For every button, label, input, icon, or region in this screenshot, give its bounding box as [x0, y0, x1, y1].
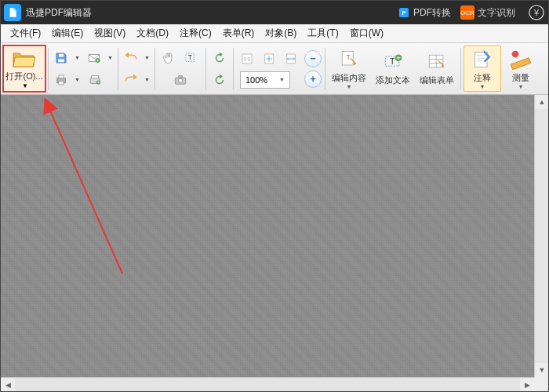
email-icon [87, 51, 101, 65]
minus-icon: − [310, 53, 316, 64]
actual-size-icon: 1:1 [240, 52, 254, 66]
scroll-down-icon[interactable]: ▼ [535, 363, 549, 377]
rotate-cw-button[interactable] [209, 71, 230, 89]
scroll-right-icon[interactable]: ▶ [520, 378, 534, 392]
rotate-ccw-button[interactable] [209, 49, 230, 67]
app-title: 迅捷PDF编辑器 [26, 6, 92, 20]
edit-forms-icon [426, 51, 448, 73]
fit-width-icon [284, 52, 298, 66]
menu-view[interactable]: 视图(V) [89, 25, 130, 42]
save-button[interactable]: ▼ [52, 49, 82, 67]
measure-icon [510, 49, 532, 71]
rotate-cw-icon [213, 73, 227, 87]
menu-comments[interactable]: 注释(C) [175, 25, 216, 42]
svg-text:1:1: 1:1 [244, 56, 251, 61]
ocr-icon: OCR [460, 5, 474, 20]
menu-objects[interactable]: 对象(B) [260, 25, 301, 42]
hand-icon [162, 51, 176, 65]
scan-button[interactable] [85, 71, 105, 89]
scan-icon [88, 73, 102, 87]
fit-width-button[interactable] [281, 49, 301, 68]
annotate-label: 注释 [474, 72, 491, 84]
toolbar: 打开(O)... ▼ ▼ ▼ ▼ ▼ ▼ [1, 43, 548, 95]
svg-rect-18 [179, 75, 183, 77]
svg-text:¥: ¥ [533, 8, 540, 17]
open-label: 打开(O)... [5, 71, 42, 82]
zoom-input[interactable]: 100% ▼ [240, 71, 290, 89]
open-button[interactable]: 打开(O)... ▼ [2, 45, 46, 93]
pdf-convert-label: PDF转换 [413, 6, 451, 20]
print-icon [54, 73, 68, 87]
open-dropdown-icon: ▼ [22, 82, 28, 89]
app-logo-icon [4, 4, 21, 21]
measure-label: 测量 [512, 72, 529, 84]
menu-forms[interactable]: 表单(R) [218, 25, 260, 42]
zoom-value: 100% [245, 75, 267, 85]
email-button[interactable]: ▼ [85, 49, 115, 67]
print-button[interactable]: ▼ [52, 71, 82, 89]
svg-point-34 [512, 50, 519, 57]
titlebar: 迅捷PDF编辑器 P PDF转换 OCR 文字识别 ¥ [1, 1, 548, 24]
actual-size-button[interactable]: 1:1 [237, 49, 257, 68]
rotate-ccw-icon [213, 51, 227, 65]
chevron-down-icon: ▼ [518, 84, 524, 89]
save-icon [54, 51, 68, 65]
redo-icon [124, 73, 138, 87]
vertical-scrollbar[interactable]: ▲ ▼ [534, 95, 548, 377]
measure-button[interactable]: 测量 ▼ [502, 43, 540, 94]
text-select-button[interactable]: T [180, 49, 201, 67]
currency-icon: ¥ [528, 4, 545, 21]
svg-point-17 [178, 78, 182, 82]
svg-rect-12 [92, 75, 99, 78]
menu-tools[interactable]: 工具(T) [303, 25, 343, 42]
menu-edit[interactable]: 编辑(E) [47, 25, 88, 42]
pdf-convert-icon: P [398, 6, 410, 19]
annotate-button[interactable]: 注释 ▼ [464, 45, 501, 92]
zoom-in-button[interactable]: + [304, 71, 322, 88]
undo-button[interactable]: ▼ [122, 49, 151, 67]
add-text-label: 添加文本 [376, 74, 410, 86]
text-select-icon: T [184, 51, 198, 65]
undo-icon [124, 51, 138, 65]
menubar: 文件(F) 编辑(E) 视图(V) 文档(D) 注释(C) 表单(R) 对象(B… [1, 24, 548, 43]
ocr-label: 文字识别 [478, 6, 515, 20]
snapshot-button[interactable] [158, 71, 202, 89]
chevron-down-icon: ▼ [480, 84, 485, 89]
add-text-button[interactable]: T 添加文本 [371, 43, 415, 94]
edit-content-button[interactable]: T 编辑内容 ▼ [327, 43, 371, 94]
edit-forms-label: 编辑表单 [420, 74, 454, 86]
ocr-button[interactable]: OCR 文字识别 [460, 5, 515, 20]
svg-rect-5 [59, 53, 64, 56]
zoom-dropdown-icon: ▼ [279, 77, 285, 82]
svg-rect-8 [59, 81, 64, 85]
fit-page-icon [262, 52, 276, 66]
document-canvas[interactable] [1, 95, 548, 391]
redo-button[interactable]: ▼ [122, 71, 151, 89]
svg-rect-33 [511, 57, 530, 69]
annotate-icon [471, 49, 493, 71]
plus-icon: + [310, 73, 316, 85]
folder-open-icon [12, 50, 37, 69]
svg-rect-7 [59, 75, 64, 78]
chevron-down-icon: ▼ [347, 84, 352, 89]
menu-document[interactable]: 文档(D) [132, 25, 173, 42]
pdf-convert-button[interactable]: P PDF转换 [398, 6, 451, 20]
hand-tool-button[interactable] [158, 49, 179, 67]
currency-button[interactable]: ¥ [528, 4, 545, 21]
add-text-icon: T [382, 51, 404, 73]
svg-text:P: P [402, 9, 406, 16]
menu-file[interactable]: 文件(F) [5, 25, 45, 42]
scroll-left-icon[interactable]: ◀ [1, 378, 15, 392]
scroll-up-icon[interactable]: ▲ [535, 95, 549, 109]
fit-page-button[interactable] [259, 49, 279, 68]
horizontal-scrollbar[interactable]: ◀ ▶ [1, 377, 534, 391]
camera-icon [173, 73, 187, 87]
svg-rect-4 [58, 59, 64, 62]
svg-text:T: T [188, 54, 192, 61]
scrollbar-corner [534, 377, 548, 391]
menu-window[interactable]: 窗口(W) [345, 25, 388, 42]
svg-text:T: T [347, 53, 351, 61]
edit-forms-button[interactable]: 编辑表单 [415, 43, 459, 94]
zoom-out-button[interactable]: − [304, 50, 322, 67]
edit-content-icon: T [338, 49, 360, 71]
